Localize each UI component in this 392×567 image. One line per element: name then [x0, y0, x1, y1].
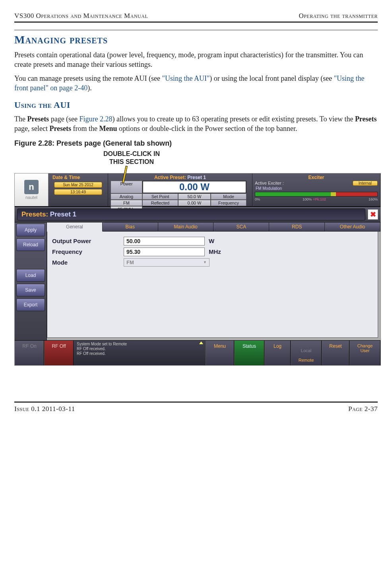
power-label: Power [111, 181, 142, 193]
date-value: Sun Mar 25 2012 [54, 182, 102, 188]
header-left: VS300 Operations and Maintenance Manual [14, 12, 148, 20]
active-exciter-row: Active Exciter : Internal [255, 181, 378, 186]
rf-off-button[interactable]: RF Off [44, 341, 74, 365]
analog-label: Analog [111, 193, 142, 200]
rf-on-button[interactable]: RF On [15, 341, 44, 365]
mode-form-label: Mode [52, 259, 120, 266]
presets-main: Apply Reload Load Save Export General Bi… [15, 222, 380, 340]
intro-para-1: Presets contain operational data (power … [14, 50, 378, 70]
aui-screenshot: n nautel Date & Time Sun Mar 25 2012 13:… [14, 173, 381, 366]
logo-text: nautel [25, 195, 37, 200]
mode-select[interactable]: FM ▼ [124, 258, 210, 267]
frequency-input[interactable]: 95.30 [124, 247, 205, 256]
output-power-label: Output Power [52, 238, 120, 244]
preset-side-buttons: Apply Reload Load Save Export [15, 222, 47, 340]
mode-label: Mode [211, 193, 246, 200]
frequency-row: Frequency 95.30 MHz [52, 247, 373, 256]
modulation-ticks: 0% 100% +Pk:102 160% [255, 197, 378, 201]
nautel-logo: n nautel [15, 173, 49, 206]
mode-row: Mode FM ▼ [52, 258, 373, 267]
page-header: VS300 Operations and Maintenance Manual … [14, 12, 378, 23]
local-label: Local [301, 348, 311, 353]
setpoint-value: 50.0 W [178, 193, 211, 200]
mode-select-value: FM [126, 259, 134, 265]
mode-value: FM [111, 200, 142, 206]
header-right: Operating the transmitter [299, 12, 378, 20]
frequency-form-label: Frequency [52, 248, 120, 255]
power-readout[interactable]: 0.00 W [142, 181, 246, 193]
reset-button[interactable]: Reset [322, 341, 349, 365]
tab-other-audio[interactable]: Other Audio [325, 222, 380, 232]
preset-tabs: General Bias Main Audio SCA RDS Other Au… [47, 222, 380, 232]
load-button[interactable]: Load [16, 269, 45, 282]
modulation-meter [255, 192, 378, 197]
tab-sca[interactable]: SCA [213, 222, 269, 232]
callout-line-1: DOUBLE-CLICK IN [88, 150, 175, 158]
footer-right: Page 2-37 [348, 405, 378, 413]
tab-general[interactable]: General [47, 222, 103, 232]
status-message-area[interactable]: System Mode set to Remote RF Off receive… [74, 341, 206, 365]
frequency-unit: MHz [209, 248, 233, 255]
active-preset-grid: Power 0.00 W Analog Set Point 50.0 W Mod… [111, 181, 250, 212]
apply-button[interactable]: Apply [16, 224, 45, 236]
preset-content: General Bias Main Audio SCA RDS Other Au… [47, 222, 380, 340]
top-banner: n nautel Date & Time Sun Mar 25 2012 13:… [15, 173, 380, 207]
callout-line-2: THIS SECTION [88, 158, 175, 166]
active-exciter-label: Active Exciter : [255, 181, 284, 185]
fm-modulation-label: FM Modulation [255, 186, 378, 191]
intro-para-3: The Presets page (see Figure 2.28) allow… [14, 114, 378, 134]
export-button[interactable]: Export [16, 298, 45, 311]
output-power-row: Output Power 50.00 W [52, 237, 373, 246]
intro-para-2: You can manage presets using the remote … [14, 74, 378, 93]
bottom-bar: RF On RF Off System Mode set to Remote R… [15, 340, 380, 365]
status-button[interactable]: Status [234, 341, 264, 365]
section-rule [14, 30, 378, 30]
active-preset-panel[interactable]: Active Preset: Preset 1 Power 0.00 W Ana… [108, 173, 252, 206]
side-gap [16, 253, 45, 269]
save-button[interactable]: Save [16, 284, 45, 296]
status-msg-3: RF Off received. [77, 351, 106, 356]
reflected-label: Reflected [142, 200, 178, 206]
output-power-unit: W [209, 238, 233, 244]
close-icon[interactable]: ✖ [368, 209, 378, 220]
logo-icon: n [24, 180, 39, 194]
link-figure-2-28[interactable]: Figure 2.28 [80, 115, 113, 123]
active-preset-title: Active Preset: Preset 1 [111, 174, 250, 181]
time-value: 13:16:49 [54, 189, 102, 195]
status-msg-2: RF Off received. [77, 347, 106, 351]
chevron-down-icon: ▼ [203, 260, 207, 264]
frequency-label: Frequency [211, 200, 246, 206]
date-time-title: Date & Time [51, 174, 105, 181]
subsection-title: Using the AUI [14, 100, 378, 110]
menu-button[interactable]: Menu [206, 341, 234, 365]
tab-bias[interactable]: Bias [103, 222, 158, 232]
section-title: Managing presets [14, 33, 378, 46]
date-time-panel[interactable]: Date & Time Sun Mar 25 2012 13:16:49 [49, 173, 108, 206]
reflected-value: 0.00 W [178, 200, 211, 206]
figure-caption: Figure 2.28: Presets page (General tab s… [14, 139, 378, 148]
footer-left: Issue 0.1 2011-03-11 [14, 405, 75, 413]
output-power-input[interactable]: 50.00 [124, 237, 205, 246]
setpoint-label: Set Point [142, 193, 178, 200]
change-user-button[interactable]: Change User [349, 341, 380, 365]
general-form: Output Power 50.00 W Frequency 95.30 MHz… [47, 232, 378, 338]
link-using-aui[interactable]: "Using the AUI" [162, 74, 210, 82]
page-footer: Issue 0.1 2011-03-11 Page 2-37 [14, 401, 378, 413]
tab-main-audio[interactable]: Main Audio [158, 222, 214, 232]
tab-rds[interactable]: RDS [269, 222, 325, 232]
active-exciter-value: Internal [353, 181, 378, 186]
presets-title: Presets: Preset 1 [17, 208, 365, 220]
reload-button[interactable]: Reload [16, 238, 45, 251]
log-button[interactable]: Log [264, 341, 291, 365]
status-msg-1: System Mode set to Remote [77, 342, 127, 346]
exciter-panel[interactable]: Exciter Active Exciter : Internal FM Mod… [252, 173, 380, 206]
presets-header-bar: Presets: Preset 1 ✖ [15, 207, 380, 222]
local-remote-button[interactable]: Local Remote [291, 341, 322, 365]
remote-label: Remote [299, 358, 314, 362]
exciter-title: Exciter [255, 174, 378, 181]
figure-callout: DOUBLE-CLICK IN THIS SECTION [14, 150, 378, 173]
